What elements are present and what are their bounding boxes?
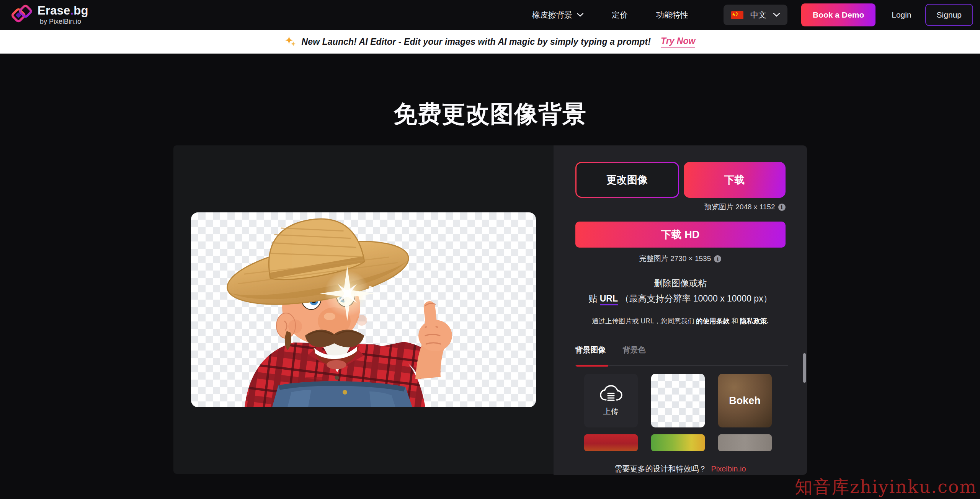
- editor-section: 更改图像 下载 预览图片 2048 x 1152 i 下载 HD 完整图片 27…: [173, 145, 807, 475]
- gray-background-tile[interactable]: [718, 434, 772, 451]
- signup-button[interactable]: Signup: [925, 4, 973, 26]
- panel-scrollbar[interactable]: [803, 353, 806, 383]
- sparkle-icon: [285, 36, 296, 47]
- nav-item-features[interactable]: 功能特性: [656, 10, 688, 20]
- change-image-button[interactable]: 更改图像: [575, 162, 679, 198]
- try-now-link[interactable]: Try Now: [661, 36, 695, 48]
- announcement-text: New Launch! AI Editor - Edit your images…: [302, 37, 651, 47]
- terms-of-use-link[interactable]: 的使用条款: [696, 317, 730, 325]
- book-demo-button[interactable]: Book a Demo: [801, 3, 875, 26]
- controls-panel: 更改图像 下载 预览图片 2048 x 1152 i 下载 HD 完整图片 27…: [554, 145, 807, 475]
- download-hd-button[interactable]: 下载 HD: [575, 222, 786, 248]
- nav-menu: 橡皮擦背景 定价 功能特性: [532, 10, 688, 20]
- action-buttons-row: 更改图像 下载: [575, 162, 786, 198]
- paste-url-link[interactable]: URL: [600, 294, 618, 305]
- farmer-character-illustration: [191, 212, 536, 407]
- dropzone-hint: 删除图像或粘 贴 URL （最高支持分辨率 10000 x 10000 px）: [575, 276, 786, 306]
- tab-background-image[interactable]: 背景图像: [575, 345, 606, 355]
- chevron-down-icon: [773, 13, 780, 17]
- brand-byline: by PixelBin.io: [38, 18, 88, 25]
- bokeh-background-tile[interactable]: Bokeh: [718, 374, 772, 427]
- privacy-policy-link[interactable]: 隐私政策.: [740, 317, 769, 325]
- tab-background-color[interactable]: 背景色: [623, 345, 646, 355]
- erasebg-logo-icon: [10, 4, 34, 26]
- language-selector[interactable]: 中文: [724, 5, 787, 25]
- watermark: 知音库zhiyinku.com: [795, 475, 977, 499]
- red-texture-background-tile[interactable]: [584, 434, 638, 451]
- background-thumbnails-row: 上传 Bokeh: [575, 374, 786, 427]
- active-tab-indicator: [576, 365, 608, 367]
- full-size-line: 完整图片 2730 × 1535 i: [575, 254, 786, 264]
- bokeh-tile-label: Bokeh: [729, 395, 761, 407]
- background-thumbnails-row-2: [575, 434, 786, 451]
- language-label: 中文: [750, 10, 766, 20]
- announcement-bar: New Launch! AI Editor - Edit your images…: [0, 30, 980, 54]
- green-banner-background-tile[interactable]: [651, 434, 705, 451]
- preview-card: [173, 145, 554, 474]
- cloud-upload-icon: [599, 385, 623, 403]
- brand-name: Erase.bg: [38, 5, 88, 17]
- info-icon[interactable]: i: [778, 204, 786, 211]
- background-tabs: 背景图像 背景色: [575, 345, 786, 355]
- terms-line: 通过上传图片或 URL，您同意我们 的使用条款 和 隐私政策.: [575, 316, 786, 326]
- pixelbin-link[interactable]: Pixelbin.io: [711, 465, 746, 473]
- page-title: 免费更改图像背景: [0, 98, 980, 130]
- tab-underline: [575, 365, 786, 367]
- upload-background-tile[interactable]: 上传: [584, 374, 638, 427]
- nav-item-pricing[interactable]: 定价: [612, 10, 628, 20]
- upload-tile-label: 上传: [603, 406, 619, 417]
- logo[interactable]: Erase.bg by PixelBin.io: [10, 4, 88, 26]
- panel-footer: 需要更多的设计和特效吗？Pixelbin.io: [575, 464, 786, 474]
- login-button[interactable]: Login: [892, 10, 911, 20]
- preview-image: [191, 212, 536, 407]
- nav-item-eraser-bg[interactable]: 橡皮擦背景: [532, 10, 583, 20]
- top-navbar: Erase.bg by PixelBin.io 橡皮擦背景 定价 功能特性 中文: [0, 0, 980, 30]
- chevron-down-icon: [577, 13, 583, 17]
- download-button[interactable]: 下载: [684, 162, 786, 198]
- preview-size-line: 预览图片 2048 x 1152 i: [575, 202, 786, 212]
- info-icon[interactable]: i: [714, 255, 721, 263]
- transparent-background-tile[interactable]: [651, 374, 705, 427]
- china-flag-icon: [731, 11, 743, 19]
